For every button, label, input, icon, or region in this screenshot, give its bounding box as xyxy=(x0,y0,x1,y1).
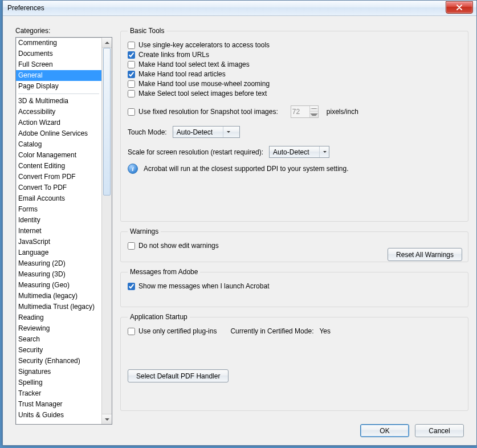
spinner-down-icon[interactable] xyxy=(310,112,318,118)
categories-scrollbar[interactable] xyxy=(101,38,112,424)
category-item[interactable]: Multimedia Trust (legacy) xyxy=(16,302,101,312)
basic-tools-option[interactable]: Make Hand tool read articles xyxy=(128,70,226,78)
warnings-legend: Warnings xyxy=(128,227,161,235)
category-item[interactable]: Reviewing xyxy=(16,323,101,334)
certified-mode-value: Yes xyxy=(319,327,331,335)
basic-tools-group: Basic Tools Use single-key accelerators … xyxy=(120,27,468,222)
category-item[interactable]: Units & Guides xyxy=(16,410,101,421)
messages-group: Messages from Adobe Show me messages whe… xyxy=(120,268,468,307)
basic-tools-option-label: Create links from URLs xyxy=(138,51,209,59)
category-item[interactable]: General xyxy=(16,70,101,81)
basic-tools-option-label: Use single-key accelerators to access to… xyxy=(138,41,270,49)
category-item[interactable]: Page Display xyxy=(16,81,101,92)
chevron-down-icon xyxy=(223,127,230,137)
close-button[interactable] xyxy=(446,1,473,14)
category-item[interactable]: Measuring (Geo) xyxy=(16,280,101,291)
content-panel: Basic Tools Use single-key accelerators … xyxy=(120,27,468,414)
messages-legend: Messages from Adobe xyxy=(128,268,200,276)
categories-listbox[interactable]: CommentingDocumentsFull ScreenGeneralPag… xyxy=(15,37,112,425)
category-item[interactable]: Security xyxy=(16,345,101,356)
category-item[interactable]: Email Accounts xyxy=(16,193,101,204)
show-messages-label: Show me messages when I launch Acrobat xyxy=(138,282,269,290)
category-item[interactable]: Language xyxy=(16,247,101,258)
category-separator xyxy=(18,93,99,94)
scroll-up-arrow-icon[interactable] xyxy=(102,38,112,48)
category-item[interactable]: Tracker xyxy=(16,388,101,399)
certified-plugins-checkbox[interactable]: Use only certified plug-ins xyxy=(128,327,217,335)
category-item[interactable]: JavaScript xyxy=(16,237,101,247)
category-item[interactable]: Spelling xyxy=(16,377,101,388)
close-icon xyxy=(456,5,463,10)
category-item[interactable]: Full Screen xyxy=(16,59,101,70)
scale-label: Scale for screen resolution (restart req… xyxy=(128,148,263,156)
certified-mode-label: Currently in Certified Mode: xyxy=(230,327,313,335)
chevron-down-icon xyxy=(319,146,327,157)
basic-tools-option-label: Make Hand tool select text & images xyxy=(138,60,250,68)
dialog-footer: OK Cancel xyxy=(360,424,464,437)
category-item[interactable]: Multimedia (legacy) xyxy=(16,291,101,302)
startup-legend: Application Startup xyxy=(128,313,190,321)
show-messages-checkbox[interactable]: Show me messages when I launch Acrobat xyxy=(128,282,269,290)
reset-all-warnings-button[interactable]: Reset All Warnings xyxy=(388,248,462,261)
category-item[interactable]: Forms xyxy=(16,204,101,215)
scale-dropdown[interactable]: Auto-Detect xyxy=(269,146,329,158)
category-item[interactable]: Documents xyxy=(16,48,101,59)
category-item[interactable]: Measuring (3D) xyxy=(16,269,101,280)
certified-plugins-label: Use only certified plug-ins xyxy=(138,327,217,335)
ok-button[interactable]: OK xyxy=(360,424,409,437)
snapshot-resolution-input[interactable] xyxy=(291,106,309,117)
edit-warnings-label: Do not show edit warnings xyxy=(138,242,219,250)
category-item[interactable]: Identity xyxy=(16,215,101,226)
warnings-group: Warnings Do not show edit warnings Reset… xyxy=(120,227,468,262)
snapshot-resolution-spinner[interactable] xyxy=(291,105,319,118)
info-icon: i xyxy=(128,164,138,174)
select-default-pdf-handler-button[interactable]: Select Default PDF Handler xyxy=(128,369,229,382)
basic-tools-option-label: Make Hand tool use mouse-wheel zooming xyxy=(138,80,270,88)
touch-mode-dropdown[interactable]: Auto-Detect xyxy=(173,126,240,138)
scroll-thumb[interactable] xyxy=(103,48,111,196)
preferences-window: Preferences Categories: CommentingDocume… xyxy=(2,0,477,446)
scroll-down-arrow-icon[interactable] xyxy=(102,414,112,424)
basic-tools-option-label: Make Select tool select images before te… xyxy=(138,89,267,97)
category-item[interactable]: Accessibility xyxy=(16,107,101,117)
cancel-button[interactable]: Cancel xyxy=(415,424,464,437)
touch-mode-value: Auto-Detect xyxy=(177,128,213,136)
startup-group: Application Startup Use only certified p… xyxy=(120,313,468,411)
snapshot-resolution-unit: pixels/inch xyxy=(327,108,358,116)
basic-tools-option[interactable]: Use single-key accelerators to access to… xyxy=(128,41,270,49)
snapshot-resolution-label: Use fixed resolution for Snapshot tool i… xyxy=(138,108,278,116)
basic-tools-legend: Basic Tools xyxy=(128,27,166,35)
category-item[interactable]: Convert To PDF xyxy=(16,182,101,193)
touch-mode-label: Touch Mode: xyxy=(128,128,167,136)
dpi-info-text: Acrobat will run at the closest supporte… xyxy=(144,165,349,173)
category-item[interactable]: Convert From PDF xyxy=(16,172,101,182)
basic-tools-option[interactable]: Make Hand tool select text & images xyxy=(128,60,250,68)
category-item[interactable]: Security (Enhanced) xyxy=(16,356,101,366)
category-item[interactable]: Action Wizard xyxy=(16,117,101,128)
titlebar: Preferences xyxy=(3,1,476,16)
basic-tools-option[interactable]: Make Select tool select images before te… xyxy=(128,89,267,97)
snapshot-resolution-checkbox[interactable]: Use fixed resolution for Snapshot tool i… xyxy=(128,108,278,116)
spinner-up-icon[interactable] xyxy=(310,106,318,112)
category-item[interactable]: 3D & Multimedia xyxy=(16,96,101,107)
categories-label: Categories: xyxy=(15,27,50,35)
category-item[interactable]: Adobe Online Services xyxy=(16,128,101,139)
category-item[interactable]: Catalog xyxy=(16,139,101,150)
scroll-track[interactable] xyxy=(102,48,112,414)
category-item[interactable]: Measuring (2D) xyxy=(16,258,101,269)
category-item[interactable]: Internet xyxy=(16,226,101,237)
basic-tools-option-label: Make Hand tool read articles xyxy=(138,70,226,78)
category-item[interactable]: Color Management xyxy=(16,150,101,161)
category-item[interactable]: Search xyxy=(16,334,101,345)
category-item[interactable]: Reading xyxy=(16,312,101,323)
category-item[interactable]: Commenting xyxy=(16,38,101,48)
basic-tools-option[interactable]: Make Hand tool use mouse-wheel zooming xyxy=(128,80,270,88)
edit-warnings-checkbox[interactable]: Do not show edit warnings xyxy=(128,242,219,250)
scale-value: Auto-Detect xyxy=(273,148,309,156)
category-item[interactable]: Signatures xyxy=(16,366,101,377)
category-item[interactable]: Trust Manager xyxy=(16,399,101,410)
category-item[interactable]: Content Editing xyxy=(16,161,101,172)
window-title: Preferences xyxy=(3,4,44,12)
basic-tools-option[interactable]: Create links from URLs xyxy=(128,51,209,59)
